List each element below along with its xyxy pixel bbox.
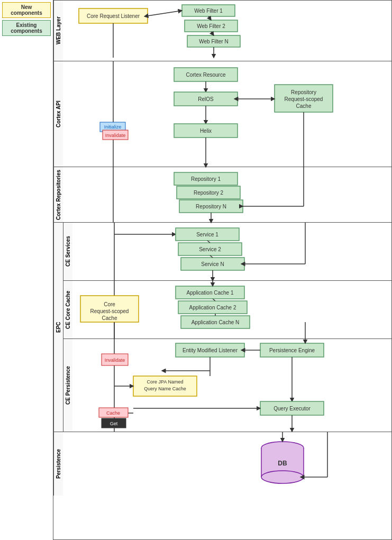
svg-text:Web Filter 2: Web Filter 2 — [197, 23, 225, 29]
web-layer-row: WEB Layer Core Request Listener Web Filt… — [53, 1, 391, 61]
ce-core-cache-svg: Core Request-scoped Cache Application Ca… — [72, 281, 391, 338]
svg-text:Cache: Cache — [102, 315, 117, 321]
svg-point-100 — [261, 471, 304, 483]
ce-services-row: CE Services — [63, 223, 391, 281]
svg-text:Helix: Helix — [200, 128, 212, 134]
svg-rect-79 — [260, 343, 324, 357]
svg-text:Invalidate: Invalidate — [105, 358, 125, 363]
svg-point-96 — [261, 442, 304, 454]
svg-text:Cortex Resource: Cortex Resource — [186, 72, 225, 78]
svg-rect-16 — [174, 92, 238, 106]
svg-rect-37 — [179, 200, 243, 213]
ce-core-cache-label: CE Core Cache — [63, 281, 72, 338]
web-layer-content: Core Request Listener Web Filter 1 Web F… — [63, 1, 391, 61]
svg-rect-33 — [174, 172, 238, 185]
diagram-area: WEB Layer Core Request Listener Web Filt… — [53, 0, 392, 540]
svg-rect-90 — [102, 418, 126, 428]
svg-rect-0 — [79, 8, 148, 23]
ce-services-svg: Service 1 Service 2 Service N — [72, 223, 391, 280]
svg-rect-56 — [80, 296, 139, 322]
svg-rect-60 — [176, 286, 244, 299]
svg-rect-77 — [176, 343, 244, 357]
svg-rect-46 — [178, 243, 242, 255]
svg-rect-64 — [181, 316, 250, 328]
svg-rect-97 — [261, 448, 304, 477]
ce-services-content: Service 1 Service 2 Service N — [72, 223, 391, 280]
svg-rect-1 — [182, 5, 235, 16]
svg-text:Core: Core — [104, 301, 115, 307]
svg-line-8 — [208, 16, 211, 20]
svg-text:Invalidate: Invalidate — [105, 133, 126, 138]
legend-existing-components: Existing components — [2, 20, 51, 36]
ce-persistence-content: Invalidate Core JPA Named Query Name Cac… — [72, 339, 391, 432]
ce-persistence-label: CE Persistence — [63, 339, 72, 432]
ce-core-cache-content: Core Request-scoped Cache Application Ca… — [72, 281, 391, 338]
svg-text:Application Cache 1: Application Cache 1 — [187, 290, 234, 296]
web-layer-svg: Core Request Listener Web Filter 1 Web F… — [63, 1, 391, 61]
svg-text:Request-scoped: Request-scoped — [90, 308, 129, 314]
ce-persistence-svg: Invalidate Core JPA Named Query Name Cac… — [72, 339, 391, 432]
cortex-repos-svg: Repository 1 Repository 2 Repository N — [63, 167, 391, 222]
epc-outer-label: EPC — [53, 223, 63, 432]
svg-text:Core JPA Named: Core JPA Named — [147, 379, 184, 385]
svg-line-67 — [213, 299, 215, 301]
core-request-listener-text: Core Request Listener — [87, 13, 140, 19]
svg-rect-24 — [174, 124, 238, 138]
svg-text:Web Filter N: Web Filter N — [199, 39, 228, 44]
ce-core-cache-row: CE Core Cache — [63, 281, 391, 339]
cortex-api-content: Cortex Resource RelOS Repository Request… — [63, 61, 391, 167]
svg-rect-3 — [185, 20, 238, 32]
cortex-api-label: Cortex API — [53, 61, 63, 167]
cortex-repos-layer-row: Cortex Repositories Repository 1 — [53, 167, 391, 223]
persistence-svg: DB — [63, 432, 391, 496]
cortex-api-layer-row: Cortex API Cortex Resour — [53, 61, 391, 167]
svg-rect-84 — [260, 401, 324, 415]
svg-rect-18 — [275, 85, 333, 112]
legend: New components Existing components — [0, 0, 53, 540]
svg-text:Cache: Cache — [106, 410, 120, 416]
svg-text:Repository 2: Repository 2 — [194, 190, 224, 196]
svg-text:RelOS: RelOS — [198, 96, 214, 102]
epc-group: EPC CE Services — [53, 223, 391, 432]
cortex-repos-label: Cortex Repositories — [53, 167, 63, 222]
legend-new-components: New components — [2, 2, 51, 18]
svg-text:Application Cache 2: Application Cache 2 — [189, 305, 236, 310]
svg-line-53 — [207, 241, 210, 243]
svg-text:Repository 1: Repository 1 — [191, 176, 221, 182]
svg-rect-62 — [178, 301, 247, 314]
svg-rect-74 — [133, 376, 197, 396]
svg-rect-29 — [103, 130, 128, 140]
svg-line-7 — [148, 11, 182, 16]
svg-line-9 — [211, 32, 214, 35]
cortex-repos-content: Repository 1 Repository 2 Repository N — [63, 167, 391, 222]
persistence-layer-row: Persistence — [53, 432, 391, 496]
svg-rect-48 — [181, 258, 244, 270]
svg-text:Service 1: Service 1 — [196, 232, 218, 237]
persistence-content: DB — [63, 432, 391, 496]
svg-text:Entity Modified Listener: Entity Modified Listener — [183, 347, 238, 353]
svg-text:Request-scoped: Request-scoped — [285, 96, 323, 102]
svg-line-54 — [210, 255, 213, 258]
svg-rect-35 — [177, 186, 240, 199]
svg-text:Query Name Cache: Query Name Cache — [144, 386, 186, 391]
svg-rect-5 — [187, 35, 240, 47]
svg-rect-13 — [174, 68, 238, 81]
svg-text:Query Executor: Query Executor — [274, 406, 311, 411]
svg-text:Application Cache N: Application Cache N — [192, 319, 240, 325]
ce-persistence-row: CE Persistence — [63, 339, 391, 432]
ce-services-label: CE Services — [63, 223, 72, 280]
diagram-wrapper: New components Existing components WEB L… — [0, 0, 392, 540]
svg-text:Web Filter 1: Web Filter 1 — [194, 8, 223, 14]
svg-rect-72 — [102, 354, 128, 365]
svg-text:Persistence Engine: Persistence Engine — [269, 347, 315, 353]
svg-text:Service 2: Service 2 — [199, 246, 221, 252]
svg-text:Repository N: Repository N — [196, 204, 226, 209]
cortex-api-svg: Cortex Resource RelOS Repository Request… — [63, 61, 391, 167]
svg-text:Service N: Service N — [201, 261, 224, 267]
svg-text:Cache: Cache — [296, 103, 312, 109]
svg-text:Get: Get — [110, 421, 118, 426]
svg-rect-27 — [100, 122, 125, 132]
svg-rect-44 — [176, 228, 239, 241]
svg-text:DB: DB — [278, 460, 287, 467]
svg-rect-88 — [99, 408, 128, 417]
